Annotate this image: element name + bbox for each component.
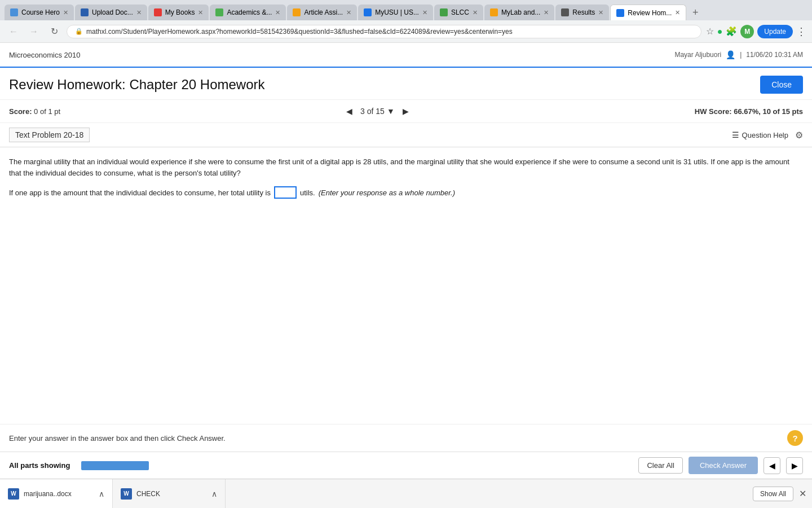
- problem-tools: ☰ Question Help ⚙: [732, 130, 803, 141]
- tab-favicon-course-hero: [10, 8, 18, 16]
- question-nav-label: 3 of 15 ▼: [360, 107, 395, 116]
- tab-slcc[interactable]: SLCC ✕: [434, 5, 483, 20]
- tab-my-books[interactable]: My Books ✕: [148, 5, 209, 20]
- user-icon: 👤: [726, 50, 735, 59]
- tab-label-article: Article Assi...: [304, 8, 343, 16]
- download-item-1: W marijuana..docx ∧: [0, 479, 113, 508]
- tab-close-course-hero[interactable]: ✕: [63, 9, 68, 16]
- list-icon: ☰: [732, 130, 739, 139]
- extension-icon-puzzle[interactable]: 🧩: [726, 26, 737, 37]
- profile-icon[interactable]: M: [740, 25, 754, 38]
- tab-label-mybooks: My Books: [165, 8, 195, 16]
- tab-article[interactable]: Article Assi... ✕: [287, 5, 357, 20]
- tab-label-myusu: MyUSU | US...: [375, 8, 419, 16]
- bottom-hint: Enter your answer in the answer box and …: [0, 424, 812, 452]
- hint-text: Enter your answer in the answer box and …: [9, 434, 226, 443]
- hw-score-value: 66.67%, 10 of 15 pts: [734, 107, 803, 116]
- menu-icon[interactable]: ⋮: [796, 25, 806, 38]
- prev-question-button[interactable]: ◀: [343, 104, 356, 118]
- tab-close-myusu[interactable]: ✕: [422, 9, 427, 16]
- toolbar-right: ☆ ● 🧩 M Update ⋮: [706, 25, 806, 38]
- lock-icon: 🔒: [75, 28, 83, 35]
- back-button[interactable]: ←: [6, 24, 21, 40]
- tab-label-upload: Upload Doc...: [92, 8, 133, 16]
- score-label-text: Score:: [9, 107, 32, 116]
- answer-line: If one app is the amount that the indivi…: [9, 186, 803, 199]
- download-chevron-1[interactable]: ∧: [99, 489, 104, 498]
- tab-favicon-academics: [215, 8, 223, 16]
- download-name-1: marijuana..docx: [24, 490, 94, 498]
- answer-suffix: utils.: [300, 189, 315, 197]
- tab-label-review: Review Hom...: [628, 9, 672, 17]
- update-button[interactable]: Update: [757, 25, 793, 38]
- forward-button[interactable]: →: [26, 24, 42, 40]
- dl-icon-1: W: [8, 488, 19, 500]
- datetime: 11/06/20 10:31 AM: [746, 51, 803, 59]
- tab-close-results[interactable]: ✕: [598, 9, 603, 16]
- answer-prefix: If one app is the amount that the indivi…: [9, 189, 271, 197]
- download-bar: W marijuana..docx ∧ W CHECK ∧ Show All ✕: [0, 479, 812, 508]
- answer-input[interactable]: [274, 186, 297, 199]
- page-title: Review Homework: Chapter 20 Homework: [9, 77, 265, 93]
- tab-favicon-slcc: [440, 8, 448, 16]
- tab-close-review[interactable]: ✕: [675, 9, 680, 16]
- next-nav-arrow[interactable]: ▶: [786, 457, 803, 474]
- close-button[interactable]: Close: [760, 76, 803, 94]
- tab-close-slcc[interactable]: ✕: [473, 9, 478, 16]
- tab-close-mylab[interactable]: ✕: [544, 9, 549, 16]
- app-header: Microeconomics 2010 Mayar Aljubuori 👤 | …: [0, 43, 812, 68]
- username: Mayar Aljubuori: [674, 51, 721, 59]
- show-all-button[interactable]: Show All: [753, 487, 793, 501]
- tab-label-results: Results: [572, 8, 595, 16]
- tab-favicon-mybooks: [154, 8, 162, 16]
- prev-nav-arrow[interactable]: ◀: [764, 457, 780, 474]
- browser-toolbar: ← → ↻ 🔒 mathxl.com/Student/PlayerHomewor…: [0, 20, 812, 43]
- progress-bar: [81, 461, 149, 470]
- problem-text: The marginal utility that an individual …: [9, 156, 803, 178]
- score-label: Score: 0 of 1 pt: [9, 107, 60, 116]
- action-bar: All parts showing Clear All Check Answer…: [0, 452, 812, 479]
- download-chevron-2[interactable]: ∧: [211, 489, 217, 498]
- hw-score: HW Score: 66.67%, 10 of 15 pts: [695, 107, 803, 116]
- dl-icon-2: W: [121, 488, 132, 500]
- tab-academics[interactable]: Academics &... ✕: [210, 5, 286, 20]
- score-value: 0 of 1 pt: [34, 107, 60, 116]
- tab-favicon-review: [616, 9, 624, 17]
- tab-close-upload[interactable]: ✕: [136, 9, 142, 16]
- download-name-2: CHECK: [136, 490, 207, 498]
- new-tab-button[interactable]: +: [687, 5, 703, 20]
- reload-button[interactable]: ↻: [46, 24, 62, 40]
- check-answer-button[interactable]: Check Answer: [689, 457, 758, 474]
- settings-icon[interactable]: ⚙: [795, 130, 803, 141]
- tab-myusu[interactable]: MyUSU | US... ✕: [358, 5, 433, 20]
- page-title-bar: Review Homework: Chapter 20 Homework Clo…: [0, 68, 812, 100]
- address-text: mathxl.com/Student/PlayerHomework.aspx?h…: [86, 28, 693, 36]
- tab-course-hero[interactable]: Course Hero ✕: [5, 5, 74, 20]
- tab-review-home[interactable]: Review Hom... ✕: [610, 5, 686, 20]
- tab-label-academics: Academics &...: [227, 8, 272, 16]
- tab-close-mybooks[interactable]: ✕: [198, 9, 203, 16]
- tab-label-mylab: MyLab and...: [501, 8, 540, 16]
- clear-all-button[interactable]: Clear All: [638, 457, 682, 474]
- address-bar[interactable]: 🔒 mathxl.com/Student/PlayerHomework.aspx…: [67, 25, 701, 38]
- extension-icon-green[interactable]: ●: [717, 27, 723, 37]
- tab-upload-doc[interactable]: Upload Doc... ✕: [75, 5, 147, 20]
- hw-score-label: HW Score:: [695, 107, 732, 116]
- tab-close-academics[interactable]: ✕: [275, 9, 280, 16]
- problem-content: The marginal utility that an individual …: [0, 147, 812, 424]
- download-bar-close[interactable]: ✕: [793, 488, 812, 499]
- course-title: Microeconomics 2010: [9, 51, 80, 59]
- score-bar: Score: 0 of 1 pt ◀ 3 of 15 ▼ ▶ HW Score:…: [0, 100, 812, 123]
- question-help-button[interactable]: ☰ Question Help: [732, 130, 788, 139]
- tab-close-article[interactable]: ✕: [346, 9, 351, 16]
- tab-favicon-upload: [81, 8, 89, 16]
- star-icon[interactable]: ☆: [706, 26, 714, 37]
- tab-mylab[interactable]: MyLab and... ✕: [484, 5, 554, 20]
- help-button[interactable]: ?: [787, 430, 803, 446]
- next-question-button[interactable]: ▶: [399, 104, 412, 118]
- nav-dropdown-icon[interactable]: ▼: [387, 107, 395, 116]
- nav-current: 3 of 15: [360, 107, 385, 116]
- tab-favicon-article: [293, 8, 301, 16]
- download-item-2: W CHECK ∧: [113, 479, 226, 508]
- tab-results[interactable]: Results ✕: [555, 5, 609, 20]
